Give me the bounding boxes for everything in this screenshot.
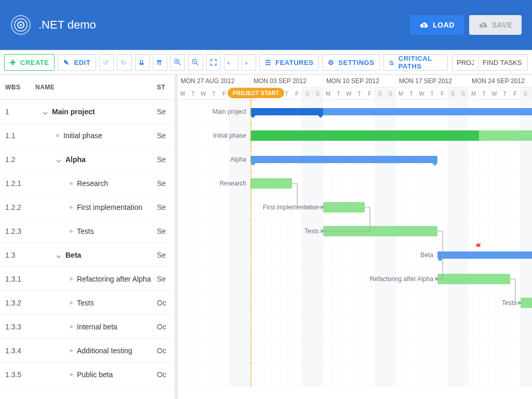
task-table-header: WBS NAME ST [0,75,175,100]
app-title: .NET demo [38,18,410,32]
find-tasks-input[interactable] [478,54,528,71]
create-button[interactable]: ✚CREATE [4,54,55,71]
gantt-row[interactable]: Initial phase [178,124,532,148]
chevron-double-down-icon: ⇊ [139,59,146,66]
cell-name: First implementation [77,203,142,211]
chevron-down-icon[interactable] [43,109,48,114]
project-label-input[interactable] [452,54,478,71]
table-row[interactable]: 1.3.5Public betaOc [0,363,175,387]
table-row[interactable]: 1.2.1ResearchSe [0,171,175,195]
day-header: T [406,87,417,100]
day-header: F [365,87,375,100]
task-bar[interactable] [521,298,532,308]
load-button[interactable]: LOAD [410,15,464,35]
cell-start: Se [157,251,175,259]
settings-button[interactable]: ⚙SETTINGS [322,54,380,71]
zoom-in-button[interactable] [170,54,185,71]
next-button[interactable]: › [242,54,256,71]
gantt-row[interactable] [178,363,532,387]
week-header: MON 03 SEP 2012 [250,75,323,87]
chevron-left-icon: ‹ [228,59,235,66]
day-header: M [323,87,334,100]
gantt-chart[interactable]: MON 27 AUG 2012MON 03 SEP 2012MON 10 SEP… [178,75,532,399]
flag-icon[interactable] [476,243,482,250]
table-row[interactable]: 1.3.2TestsOc [0,291,175,315]
collapse-all-button[interactable]: ⇈ [153,54,167,71]
chevron-down-icon[interactable] [56,157,61,162]
table-row[interactable]: 1.3.4Additional testingOc [0,339,175,363]
gantt-row[interactable]: First implementation [178,195,532,219]
zoom-in-icon [174,59,181,66]
cell-start: Oc [157,299,175,307]
task-bar[interactable] [250,178,292,189]
table-row[interactable]: 1.3.1Refactoring after AlphaSe [0,267,175,291]
table-row[interactable]: 1.3BetaSe [0,243,175,267]
table-row[interactable]: 1.2.2First implementationSe [0,195,175,219]
cell-start: Oc [157,323,175,331]
zoom-fit-button[interactable] [206,54,221,71]
cell-start: Se [157,203,175,211]
gantt-row[interactable]: Refactoring after Alpha [178,267,532,291]
cell-start: Oc [157,347,175,355]
day-header: T [188,87,198,100]
expand-all-button[interactable]: ⇊ [135,54,150,71]
summary-bar[interactable] [437,251,532,259]
summary-bar[interactable] [250,156,437,163]
table-row[interactable]: 1.2AlphaSe [0,148,175,171]
task-bar[interactable] [437,274,510,284]
gantt-row[interactable]: Tests [178,291,532,315]
task-bar[interactable] [323,226,437,236]
table-row[interactable]: 1.1Initial phaseSe [0,124,175,148]
bar-label: Refactoring after Alpha [370,275,433,283]
prev-button[interactable]: ‹ [224,54,238,71]
day-header: S [302,87,313,100]
bullet-icon [70,182,73,185]
cell-wbs: 1.3 [0,251,35,259]
cell-wbs: 1.3.2 [0,299,35,307]
table-row[interactable]: 1.2.3TestsSe [0,219,175,243]
gantt-row[interactable] [178,339,532,363]
cell-wbs: 1 [0,108,35,116]
table-row[interactable]: 1Main projectSe [0,100,175,124]
gantt-row[interactable]: Tests [178,219,532,243]
bar-label: Alpha [230,156,246,163]
gantt-row[interactable]: Research [178,171,532,195]
task-table[interactable]: WBS NAME ST 1Main projectSe1.1Initial ph… [0,75,178,399]
zoom-out-button[interactable] [188,54,203,71]
undo-button[interactable]: ↺ [99,54,114,71]
redo-button[interactable]: ↻ [117,54,131,71]
task-bar[interactable] [323,202,365,212]
edit-button[interactable]: ✎EDIT [58,54,96,71]
cell-name: Additional testing [77,347,132,355]
week-header: MON 10 SEP 2012 [323,75,396,87]
bullet-icon [70,325,73,328]
cell-name: Main project [52,108,95,116]
critical-paths-button[interactable]: ♨CRITICAL PATHS [383,54,448,71]
cell-wbs: 1.2 [0,155,35,164]
gantt-row[interactable] [178,315,532,339]
day-header: W [489,87,500,100]
compress-icon [210,59,217,66]
project-start-marker[interactable]: PROJECT START [228,88,284,98]
gantt-row[interactable]: Alpha [178,148,532,171]
col-header-name[interactable]: NAME [35,84,157,91]
cell-name: Refactoring after Alpha [77,275,151,283]
day-header: S [448,87,458,100]
cell-start: Se [157,179,175,188]
bar-label: Tests [502,299,516,307]
gantt-row[interactable]: Beta [178,243,532,267]
app-header: .NET demo LOAD SAVE [0,0,532,50]
cell-start: Se [157,275,175,283]
col-header-start[interactable]: ST [157,84,175,91]
chevron-down-icon[interactable] [56,252,61,258]
gantt-row[interactable]: Main project [178,100,532,124]
table-row[interactable]: 1.3.3Internal betaOc [0,315,175,339]
day-header: M [396,87,406,100]
day-header: T [354,87,365,100]
col-header-wbs[interactable]: WBS [0,84,35,91]
plus-icon: ✚ [10,59,17,66]
bullet-icon [70,206,73,209]
features-button[interactable]: ☰FEATURES [259,54,319,71]
save-button[interactable]: SAVE [469,15,522,35]
bar-label: Research [220,180,246,187]
